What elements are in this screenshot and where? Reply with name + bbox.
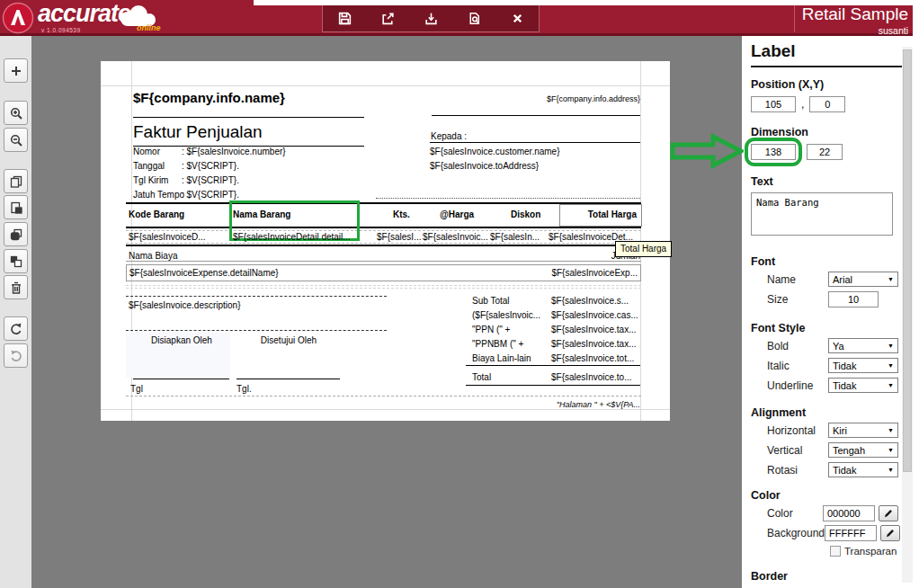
info-label[interactable]: Jatuh Tempo [133, 190, 184, 200]
copy-icon[interactable] [4, 169, 28, 193]
transparent-label: Transparan [844, 546, 897, 557]
zoom-in-icon[interactable] [4, 101, 28, 125]
row-dash-line [126, 243, 641, 244]
total-line [466, 365, 640, 366]
total-value[interactable]: $F{salesInvoice.s... [551, 296, 629, 306]
total-line [466, 385, 640, 386]
total-value[interactable]: $F{salesInvoice.to... [551, 372, 632, 382]
signature-title[interactable]: Disiapkan Oleh [133, 335, 230, 345]
font-name-select[interactable]: Arial▼ [828, 272, 898, 287]
dimension-width-input[interactable] [751, 144, 796, 160]
total-value[interactable]: $F{salesInvoice.tax... [551, 325, 637, 334]
total-label[interactable]: Total [472, 372, 491, 382]
preview-icon[interactable] [461, 7, 486, 29]
total-value[interactable]: $F{salesInvoice.tax... [551, 339, 637, 349]
horizontal-label: Horizontal [767, 424, 828, 437]
color-section-label: Color [751, 489, 919, 502]
detail-cell[interactable]: $F{salesInvoiceD... [129, 232, 206, 242]
report-page[interactable]: $F{company.info.name} $F{company.info.ad… [101, 61, 670, 421]
page-footer-field[interactable]: "Halaman " + <$V{PA... [460, 400, 640, 410]
total-label[interactable]: Sub Total [472, 296, 510, 306]
send-to-back-icon[interactable] [4, 249, 28, 273]
properties-panel: Label Position (X,Y) , Dimension Text Na… [742, 36, 919, 588]
export-icon[interactable] [375, 7, 400, 29]
faint-dash-line [126, 288, 641, 289]
info-label[interactable]: Tanggal [133, 161, 165, 171]
redo-icon[interactable] [4, 343, 28, 368]
info-value[interactable]: : $V{SCRIPT}. [182, 190, 239, 200]
undo-icon[interactable] [4, 316, 28, 341]
underline-row: Underline Tidak▼ [751, 377, 919, 394]
customer-address-field[interactable]: $F{salesInvoice.toAddress} [430, 161, 539, 171]
underline-select[interactable]: Tidak▼ [828, 378, 898, 393]
design-canvas[interactable]: $F{company.info.name} $F{company.info.ad… [31, 36, 742, 588]
text-color-picker-button[interactable] [879, 505, 898, 521]
position-x-input[interactable] [751, 96, 796, 112]
signature-line [133, 379, 229, 379]
annotation-arrow [670, 133, 744, 169]
top-bar: accurate v 1.0.094539 online [0, 0, 919, 36]
column-header[interactable]: Kode Barang [129, 209, 184, 219]
total-value[interactable]: $F{salesInvoice.cas... [551, 310, 638, 320]
column-header[interactable]: Total Harga [565, 209, 637, 219]
total-label[interactable]: ($F{salesInvoic... [472, 310, 540, 320]
detail-cell[interactable]: $F{salesInvoic... [423, 232, 488, 242]
info-value[interactable]: : $V{SCRIPT}. [182, 175, 239, 185]
column-header[interactable]: @Harga [440, 209, 474, 219]
transparent-checkbox[interactable] [830, 546, 841, 557]
horizontal-align-select[interactable]: Kiri▼ [828, 423, 898, 438]
total-label[interactable]: "PPNBM (" + [472, 339, 523, 349]
add-icon[interactable] [4, 58, 28, 83]
expense-name-header[interactable]: Nama Biaya [129, 251, 177, 261]
save-icon[interactable] [332, 7, 357, 29]
alignment-label: Alignment [751, 406, 919, 419]
text-color-input[interactable] [823, 505, 875, 521]
kepada-label[interactable]: Kepada : [431, 131, 467, 141]
signature-date-label[interactable]: Tgl [130, 384, 143, 394]
background-color-picker-button[interactable] [880, 525, 900, 541]
signature-title[interactable]: Disetujui Oleh [236, 335, 341, 345]
detail-cell[interactable]: $F{salesInvoiceDetail.detail... [233, 232, 351, 242]
paste-icon[interactable] [4, 195, 28, 219]
info-label[interactable]: Tgl Kirim [133, 175, 168, 185]
bring-to-front-icon[interactable] [4, 222, 28, 246]
detail-cell[interactable]: $F{salesI... [377, 232, 421, 242]
column-header[interactable]: Kts. [393, 209, 410, 219]
total-value[interactable]: $F{salesInvoice.tot... [551, 353, 634, 363]
column-header[interactable]: Diskon [511, 209, 540, 219]
detail-cell[interactable]: $F{salesIn... [490, 232, 540, 242]
info-label[interactable]: Nomor [133, 147, 160, 156]
position-row: , [751, 95, 919, 113]
delete-icon[interactable] [4, 275, 28, 299]
company-address-field[interactable]: $F{company.info.address} [432, 94, 640, 104]
background-color-input[interactable] [825, 525, 877, 541]
column-header[interactable]: Nama Barang [233, 209, 290, 219]
zoom-out-icon[interactable] [4, 128, 28, 152]
position-y-input[interactable] [809, 96, 845, 112]
text-input[interactable]: Nama Barang [751, 192, 893, 236]
expense-name-field[interactable]: $F{salesInvoiceExpense.detailName} [129, 268, 279, 278]
signature-date-label[interactable]: Tgl. [236, 384, 252, 394]
bold-select[interactable]: Ya▼ [828, 338, 898, 353]
total-label[interactable]: Biaya Lain-lain [472, 353, 531, 363]
close-icon[interactable] [504, 7, 530, 29]
info-value[interactable]: : $V{SCRIPT}. [182, 161, 239, 171]
info-value[interactable]: : $F{salesInvoice.number} [182, 147, 286, 156]
italic-select[interactable]: Tidak▼ [828, 358, 898, 373]
vertical-align-select[interactable]: Tengah▼ [828, 442, 898, 458]
rotation-select[interactable]: Tidak▼ [828, 462, 898, 477]
dimension-height-input[interactable] [807, 144, 843, 160]
chevron-down-icon: ▼ [888, 467, 894, 473]
expense-amount-field[interactable]: $F{salesInvoiceExp... [523, 268, 638, 278]
font-size-input[interactable] [828, 291, 879, 307]
total-label[interactable]: "PPN (" + [472, 325, 510, 334]
report-title[interactable]: Faktur Penjualan [133, 122, 263, 142]
font-name-row: Name Arial▼ [751, 271, 919, 288]
import-icon[interactable] [418, 7, 443, 29]
company-name-field[interactable]: $F{company.info.name} [133, 90, 285, 105]
panel-scrollbar[interactable] [902, 47, 913, 583]
customer-name-field[interactable]: $F{salesInvoice.customer.name} [430, 147, 560, 156]
description-field[interactable]: $F{salesInvoice.description} [129, 300, 241, 310]
workspace-name: Retail Sample [802, 4, 908, 24]
scrollbar-thumb[interactable] [903, 49, 912, 472]
